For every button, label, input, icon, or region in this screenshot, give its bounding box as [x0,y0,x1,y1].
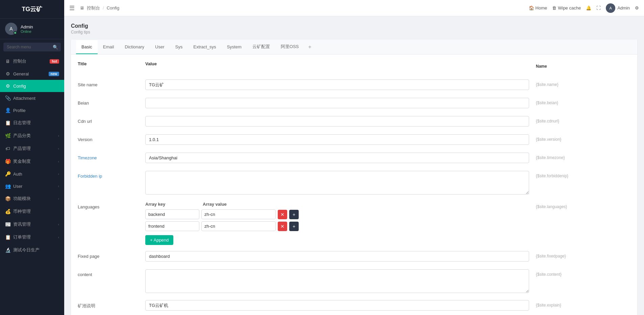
array-add-button-1[interactable]: + [289,222,299,231]
reward-icon: 🎁 [5,159,10,164]
search-box[interactable]: 🔍 [3,43,61,51]
topbar: ☰ 🖥 控制台 / Config 🏠 Home 🗑 Wipe cache 🔔 ⛶ [64,0,644,16]
tab-cloud[interactable]: 云矿配置 [247,40,275,54]
settings-action[interactable]: ⚙ [635,5,639,10]
sidebar-item-profile[interactable]: 👤 Profile [0,104,64,116]
sidebar-item-dashboard[interactable]: 🖥 控制台 hot [0,55,64,68]
sidebar-label: 测试今日生产 [13,247,59,253]
fullscreen-action[interactable]: ⛶ [596,5,601,10]
field-forbidden-ip: Forbidden ip {$site.forbiddenip} [78,171,630,196]
tab-extract-sys[interactable]: Extract_sys [188,40,221,54]
field-mine-desc: 矿池说明 {$site.explain} [78,300,630,312]
field-site-name: Site name {$site.name} [78,80,630,92]
notification-action[interactable]: 🔔 [586,5,591,10]
timezone-input[interactable] [145,153,529,163]
news-icon: 📰 [5,222,10,227]
site-name-var: {$site.name} [529,80,630,87]
content-textarea[interactable] [145,269,529,293]
sidebar-item-news[interactable]: 📰 资讯管理 ‹ [0,218,64,231]
tab-user[interactable]: User [150,40,170,54]
page-subtitle: Config tips [71,30,637,35]
timezone-var: {$site.timezone} [529,153,630,160]
array-key-input-1[interactable] [145,221,199,231]
currency-icon: 💰 [5,209,10,214]
mine-desc-input[interactable] [145,300,529,311]
array-row-0: ✕ + [145,209,529,219]
menu-toggle-icon[interactable]: ☰ [69,4,75,12]
avatar: A [5,23,17,35]
beian-input[interactable] [145,98,529,108]
chevron-icon: ‹ [58,235,59,239]
tab-system[interactable]: System [221,40,247,54]
sidebar-item-auth[interactable]: 🔑 Auth ‹ [0,168,64,180]
mine-desc-var: {$site.explain} [529,300,630,308]
fixed-page-var: {$site.fixedpage} [529,251,630,258]
beian-var: {$site.beian} [529,98,630,105]
append-button[interactable]: + Append [145,235,173,245]
chevron-icon: ‹ [58,147,59,151]
version-label: Version [78,134,145,142]
fullscreen-icon: ⛶ [596,5,601,10]
sidebar-item-user[interactable]: 👥 User ‹ [0,180,64,192]
array-val-input-1[interactable] [201,221,276,231]
array-add-button-0[interactable]: + [289,210,299,219]
tab-sys[interactable]: Sys [170,40,188,54]
tab-add-button[interactable]: + [304,41,315,53]
cdn-url-label: Cdn url [78,116,145,124]
settings-icon: ⚙ [635,5,639,10]
cdn-url-var: {$site.cdnurl} [529,116,630,123]
product-mgmt-icon: 🏷 [5,146,10,151]
sidebar-item-log[interactable]: 📋 日志管理 [0,116,64,129]
sidebar-item-config[interactable]: ⚙ Config [0,80,64,92]
admin-user[interactable]: A Admin [606,3,630,13]
chevron-icon: ‹ [58,134,59,138]
array-delete-button-0[interactable]: ✕ [278,210,287,219]
chevron-icon: ‹ [58,172,59,176]
breadcrumb-item-dashboard[interactable]: 控制台 [87,5,100,11]
notification-icon: 🔔 [586,5,591,10]
wipe-cache-label: Wipe cache [558,5,581,10]
forbidden-ip-var: {$site.forbiddenip} [529,171,630,178]
cdn-url-input[interactable] [145,116,529,127]
sidebar-user: A Admin Online [0,19,64,39]
search-input[interactable] [3,43,61,51]
tab-basic[interactable]: Basic [76,40,98,54]
array-delete-button-1[interactable]: ✕ [278,222,287,231]
array-val-input-0[interactable] [201,209,276,219]
tab-alioss[interactable]: 阿里OSS [275,40,304,54]
home-action[interactable]: 🏠 Home [529,5,547,10]
chevron-icon: ‹ [58,184,59,188]
sidebar-item-currency[interactable]: 💰 币种管理 [0,205,64,218]
site-name-input[interactable] [145,80,529,90]
sidebar-item-general[interactable]: ⚙ General new [0,68,64,80]
sidebar-label: 币种管理 [13,208,59,215]
chevron-icon: ‹ [58,223,59,226]
tab-email[interactable]: Email [98,40,120,54]
sidebar-item-reward[interactable]: 🎁 奖金制度 ‹ [0,155,64,168]
sidebar-item-product-mgmt[interactable]: 🏷 产品管理 ‹ [0,142,64,155]
field-beian: Beian {$site.beian} [78,98,630,110]
array-key-input-0[interactable] [145,209,199,219]
sidebar-item-modules[interactable]: 📦 功能模块 ‹ [0,192,64,205]
sidebar-item-order[interactable]: 📋 订单管理 ‹ [0,231,64,244]
sidebar-label: 订单管理 [13,234,58,240]
sidebar-item-test[interactable]: 🔬 测试今日生产 [0,244,64,256]
array-headers: Array key Array value [145,202,529,207]
version-input[interactable] [145,134,529,145]
fixed-page-input[interactable] [145,251,529,262]
sidebar-item-product-cat[interactable]: 🌿 产品分类 ‹ [0,129,64,142]
sidebar-label: 奖金制度 [13,158,58,164]
wipe-cache-action[interactable]: 🗑 Wipe cache [552,5,581,10]
topbar-left: ☰ 🖥 控制台 / Config [69,4,119,12]
forbidden-ip-textarea[interactable] [145,171,529,195]
sidebar-label: Auth [13,172,58,177]
sidebar-item-attachment[interactable]: 📎 Attachment [0,92,64,104]
config-icon: ⚙ [5,83,10,89]
sidebar-logo: TG云矿 [0,0,64,19]
value-header: Value [145,61,529,66]
field-fixed-page: Fixed page {$site.fixedpage} [78,251,630,263]
home-label: Home [536,5,547,10]
breadcrumb: 🖥 控制台 / Config [80,5,119,11]
tab-dictionary[interactable]: Dictionary [119,40,150,54]
column-headers: Title Value Name [78,61,630,73]
